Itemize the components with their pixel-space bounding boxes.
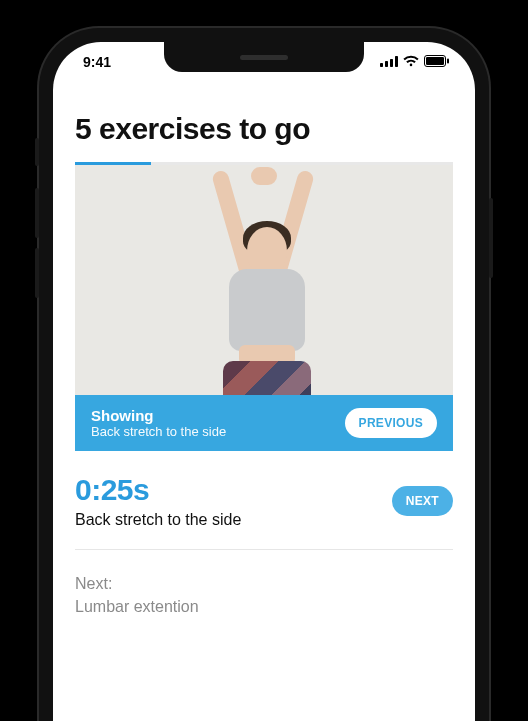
wifi-icon: [403, 54, 419, 70]
current-info: 0:25s Back stretch to the side: [75, 473, 241, 529]
phone-frame: 9:41 5 exercises to go: [39, 28, 489, 721]
next-button[interactable]: NEXT: [392, 486, 453, 516]
upnext-exercise-name: Lumbar extention: [75, 595, 453, 618]
svg-rect-3: [395, 56, 398, 67]
status-time: 9:41: [83, 54, 111, 70]
timer: 0:25s: [75, 473, 241, 507]
current-exercise-row: 0:25s Back stretch to the side NEXT: [75, 451, 453, 550]
svg-rect-2: [390, 59, 393, 67]
upnext-label: Next:: [75, 572, 453, 595]
page-title: 5 exercises to go: [75, 112, 453, 146]
exercise-image: [75, 165, 453, 395]
volume-down-button: [35, 248, 39, 298]
previous-button[interactable]: PREVIOUS: [345, 408, 437, 438]
showing-bar: Showing Back stretch to the side PREVIOU…: [75, 395, 453, 451]
cellular-icon: [380, 54, 398, 70]
showing-label: Showing: [91, 407, 226, 424]
notch: [164, 42, 364, 72]
current-exercise-name: Back stretch to the side: [75, 511, 241, 529]
volume-up-button: [35, 188, 39, 238]
person-illustration: [159, 165, 369, 395]
app-content: 5 exercises to go Showing: [53, 82, 475, 721]
upnext-row: Next: Lumbar extention: [75, 550, 453, 640]
power-button: [489, 198, 493, 278]
phone-screen: 9:41 5 exercises to go: [53, 42, 475, 721]
battery-icon: [424, 54, 449, 70]
svg-rect-5: [426, 57, 444, 65]
svg-rect-6: [447, 59, 449, 64]
showing-exercise-name: Back stretch to the side: [91, 424, 226, 439]
svg-rect-1: [385, 61, 388, 67]
status-right: [380, 54, 449, 70]
svg-rect-0: [380, 63, 383, 67]
mute-switch: [35, 138, 39, 166]
showing-text: Showing Back stretch to the side: [91, 407, 226, 439]
